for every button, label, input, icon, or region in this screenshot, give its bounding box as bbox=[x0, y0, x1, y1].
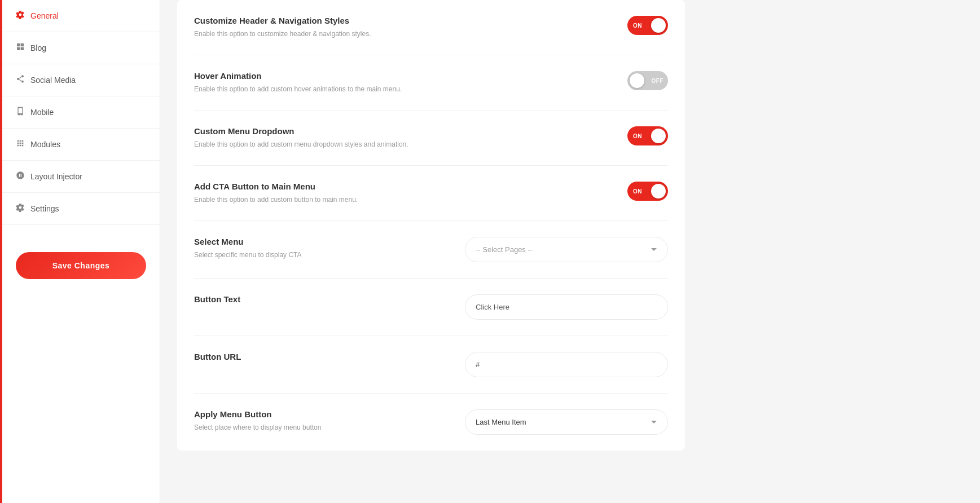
setting-desc-customize-header: Enable this option to customize header &… bbox=[194, 29, 465, 39]
setting-title-apply-menu-button: Apply Menu Button bbox=[194, 409, 465, 419]
setting-row-button-text: Button Text bbox=[194, 279, 668, 336]
gear-icon bbox=[16, 10, 25, 21]
toggle-add-cta-button[interactable]: ON bbox=[627, 182, 668, 201]
toggle-on-label-custom-menu-dropdown: ON bbox=[633, 133, 642, 139]
blog-icon bbox=[16, 42, 25, 54]
setting-row-add-cta-button: Add CTA Button to Main Menu Enable this … bbox=[194, 166, 668, 221]
setting-desc-apply-menu-button: Select place where to display menu butto… bbox=[194, 422, 465, 433]
sidebar-item-blog[interactable]: Blog bbox=[2, 32, 160, 64]
save-changes-button[interactable]: Save Changes bbox=[16, 252, 146, 279]
button-text-input[interactable] bbox=[465, 294, 668, 320]
setting-control-custom-menu-dropdown: ON bbox=[465, 126, 668, 145]
toggle-track-add-cta-button: ON bbox=[627, 182, 668, 201]
sidebar-item-modules-label: Modules bbox=[30, 140, 60, 149]
sidebar-item-mobile-label: Mobile bbox=[30, 108, 54, 117]
setting-title-button-url: Button URL bbox=[194, 352, 465, 361]
setting-title-custom-menu-dropdown: Custom Menu Dropdown bbox=[194, 126, 465, 136]
settings-panel: Customize Header & Navigation Styles Ena… bbox=[177, 0, 685, 451]
sidebar-item-mobile[interactable]: Mobile bbox=[2, 96, 160, 129]
right-panel bbox=[811, 0, 980, 503]
modules-icon bbox=[16, 139, 25, 150]
apply-menu-button-dropdown[interactable]: Last Menu Item First Menu Item Before Lo… bbox=[465, 409, 668, 435]
setting-row-select-menu: Select Menu Select specific menu to disp… bbox=[194, 221, 668, 279]
setting-info-custom-menu-dropdown: Custom Menu Dropdown Enable this option … bbox=[194, 126, 465, 149]
toggle-thumb-add-cta-button bbox=[651, 184, 666, 198]
sidebar-item-modules[interactable]: Modules bbox=[2, 129, 160, 161]
setting-title-hover-animation: Hover Animation bbox=[194, 71, 465, 81]
setting-desc-select-menu: Select specific menu to display CTA bbox=[194, 250, 465, 260]
button-url-input[interactable] bbox=[465, 352, 668, 377]
setting-desc-custom-menu-dropdown: Enable this option to add custom menu dr… bbox=[194, 139, 465, 149]
toggle-thumb-hover-animation bbox=[630, 73, 644, 88]
sidebar-item-settings-label: Settings bbox=[30, 204, 59, 213]
toggle-custom-menu-dropdown[interactable]: ON bbox=[627, 126, 668, 145]
setting-desc-add-cta-button: Enable this option to add custom button … bbox=[194, 195, 465, 205]
setting-info-apply-menu-button: Apply Menu Button Select place where to … bbox=[194, 409, 465, 433]
setting-info-hover-animation: Hover Animation Enable this option to ad… bbox=[194, 71, 465, 94]
setting-row-customize-header: Customize Header & Navigation Styles Ena… bbox=[194, 0, 668, 55]
setting-info-button-text: Button Text bbox=[194, 294, 465, 307]
setting-title-button-text: Button Text bbox=[194, 294, 465, 304]
mobile-icon bbox=[16, 107, 25, 118]
setting-control-customize-header: ON bbox=[465, 16, 668, 35]
toggle-hover-animation[interactable]: OFF bbox=[627, 71, 668, 90]
setting-info-add-cta-button: Add CTA Button to Main Menu Enable this … bbox=[194, 182, 465, 205]
setting-title-add-cta-button: Add CTA Button to Main Menu bbox=[194, 182, 465, 191]
sidebar: General Blog Social Media Mobile bbox=[2, 0, 160, 503]
setting-row-button-url: Button URL bbox=[194, 336, 668, 394]
toggle-thumb-customize-header bbox=[651, 18, 666, 33]
sidebar-item-social-media-label: Social Media bbox=[30, 76, 76, 85]
setting-title-select-menu: Select Menu bbox=[194, 237, 465, 246]
social-media-icon bbox=[16, 74, 25, 86]
save-button-container: Save Changes bbox=[2, 239, 160, 293]
setting-info-button-url: Button URL bbox=[194, 352, 465, 365]
sidebar-item-blog-label: Blog bbox=[30, 43, 46, 52]
setting-row-hover-animation: Hover Animation Enable this option to ad… bbox=[194, 55, 668, 111]
main-content: Customize Header & Navigation Styles Ena… bbox=[160, 0, 811, 503]
setting-control-hover-animation: OFF bbox=[465, 71, 668, 90]
toggle-customize-header[interactable]: ON bbox=[627, 16, 668, 35]
setting-info-select-menu: Select Menu Select specific menu to disp… bbox=[194, 237, 465, 260]
setting-control-apply-menu-button: Last Menu Item First Menu Item Before Lo… bbox=[465, 409, 668, 435]
sidebar-item-settings[interactable]: Settings bbox=[2, 193, 160, 225]
toggle-on-label-customize-header: ON bbox=[633, 23, 642, 29]
toggle-track-custom-menu-dropdown: ON bbox=[627, 126, 668, 145]
setting-info-customize-header: Customize Header & Navigation Styles Ena… bbox=[194, 16, 465, 39]
toggle-track-customize-header: ON bbox=[627, 16, 668, 35]
setting-control-button-url bbox=[465, 352, 668, 377]
setting-row-apply-menu-button: Apply Menu Button Select place where to … bbox=[194, 394, 668, 451]
layout-injector-icon bbox=[16, 171, 25, 182]
select-menu-dropdown[interactable]: -- Select Pages -- Home About Services C… bbox=[465, 237, 668, 262]
toggle-on-label-add-cta-button: ON bbox=[633, 188, 642, 195]
sidebar-item-social-media[interactable]: Social Media bbox=[2, 64, 160, 96]
setting-desc-hover-animation: Enable this option to add custom hover a… bbox=[194, 84, 465, 94]
toggle-track-hover-animation: OFF bbox=[627, 71, 668, 90]
setting-title-customize-header: Customize Header & Navigation Styles bbox=[194, 16, 465, 25]
setting-control-button-text bbox=[465, 294, 668, 320]
sidebar-item-layout-injector[interactable]: Layout Injector bbox=[2, 161, 160, 193]
toggle-off-label-hover-animation: OFF bbox=[652, 78, 664, 84]
settings-icon bbox=[16, 203, 25, 214]
sidebar-item-general[interactable]: General bbox=[2, 0, 160, 32]
toggle-thumb-custom-menu-dropdown bbox=[651, 129, 666, 143]
sidebar-item-layout-injector-label: Layout Injector bbox=[30, 172, 82, 181]
setting-control-add-cta-button: ON bbox=[465, 182, 668, 201]
setting-row-custom-menu-dropdown: Custom Menu Dropdown Enable this option … bbox=[194, 111, 668, 166]
sidebar-item-general-label: General bbox=[30, 11, 59, 20]
setting-control-select-menu: -- Select Pages -- Home About Services C… bbox=[465, 237, 668, 262]
